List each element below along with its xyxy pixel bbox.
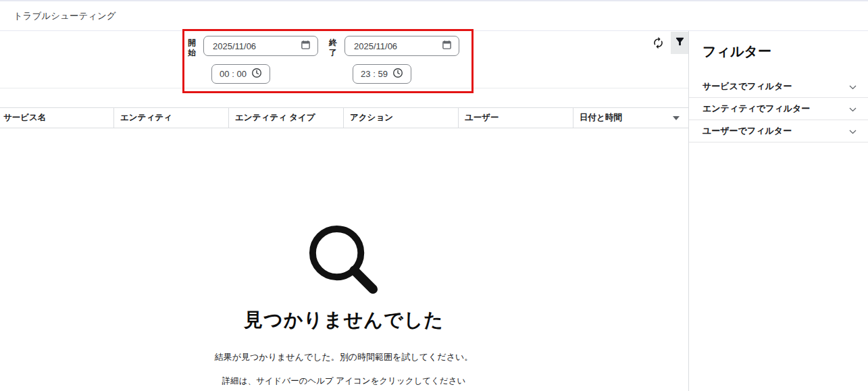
table-header: サービス名 エンティティ エンティティ タイプ アクション ユーザー 日付と時間 <box>0 107 688 128</box>
column-label: アクション <box>350 112 393 124</box>
refresh-button[interactable] <box>652 32 669 52</box>
chevron-down-icon <box>849 82 857 92</box>
column-label: 日付と時間 <box>580 112 622 124</box>
column-header-service-name[interactable]: サービス名 <box>0 108 113 128</box>
start-date-value: 2025/11/06 <box>213 41 256 51</box>
start-date-input[interactable]: 2025/11/06 <box>203 36 318 56</box>
toolbar: 開始 2025/11/06 <box>0 31 688 88</box>
sidebar-item-label: サービスでフィルター <box>703 80 792 93</box>
empty-state: 見つかりませんでした 結果が見つかりませんでした。別の時間範囲を試してください。… <box>0 223 688 387</box>
column-header-entity[interactable]: エンティティ <box>113 108 228 128</box>
column-label: ユーザー <box>465 112 499 124</box>
empty-state-message: 結果が見つかりませんでした。別の時間範囲を試してください。 <box>0 351 688 363</box>
sidebar-item-filter-by-entity[interactable]: エンティティでフィルター <box>689 98 868 120</box>
column-header-action[interactable]: アクション <box>343 108 458 128</box>
sidebar-filter-list: サービスでフィルター エンティティでフィルター ユーザーでフィルター <box>689 76 868 142</box>
column-label: エンティティ タイプ <box>235 112 315 124</box>
chevron-down-icon <box>849 126 857 136</box>
start-label: 開始 <box>188 38 198 58</box>
search-icon <box>305 290 382 302</box>
filter-sidebar: フィルター サービスでフィルター エンティティでフィルター ユーザーでフィルター <box>689 31 868 391</box>
toolbar-actions <box>652 32 688 54</box>
sidebar-item-label: エンティティでフィルター <box>703 103 810 115</box>
start-time-input[interactable]: 00 : 00 <box>211 64 270 84</box>
content-area: 開始 2025/11/06 <box>0 31 868 391</box>
refresh-icon <box>652 40 665 51</box>
sidebar-item-label: ユーザーでフィルター <box>703 125 792 137</box>
sidebar-item-filter-by-user[interactable]: ユーザーでフィルター <box>689 120 868 142</box>
chevron-down-icon <box>849 104 857 114</box>
filter-toggle-button[interactable] <box>671 32 688 54</box>
empty-state-title: 見つかりませんでした <box>0 307 688 333</box>
end-date-value: 2025/11/06 <box>354 41 397 51</box>
page-title: トラブルシューティング <box>14 10 116 22</box>
empty-state-hint: 詳細は、サイドバーのヘルプ アイコンをクリックしてください <box>0 375 688 387</box>
date-range-filter: 開始 2025/11/06 <box>188 36 459 84</box>
top-bar: トラブルシューティング <box>0 0 868 31</box>
column-header-user[interactable]: ユーザー <box>458 108 573 128</box>
sidebar-title: フィルター <box>689 43 868 61</box>
start-datetime-group: 開始 2025/11/06 <box>188 36 318 84</box>
start-time-value: 00 : 00 <box>220 69 247 79</box>
column-label: サービス名 <box>3 112 46 124</box>
sidebar-item-filter-by-service[interactable]: サービスでフィルター <box>689 76 868 98</box>
clock-icon[interactable] <box>251 68 262 80</box>
filter-funnel-icon <box>674 36 686 50</box>
end-datetime-group: 終了 2025/11/06 <box>329 36 459 84</box>
calendar-icon[interactable] <box>442 40 452 52</box>
end-time-value: 23 : 59 <box>361 69 388 79</box>
main-panel: 開始 2025/11/06 <box>0 31 689 391</box>
column-header-datetime[interactable]: 日付と時間 <box>573 108 688 128</box>
column-header-entity-type[interactable]: エンティティ タイプ <box>228 108 343 128</box>
clock-icon[interactable] <box>392 68 403 80</box>
column-label: エンティティ <box>120 112 172 124</box>
calendar-icon[interactable] <box>301 40 311 52</box>
end-date-input[interactable]: 2025/11/06 <box>344 36 459 56</box>
end-label: 終了 <box>329 38 339 58</box>
end-time-input[interactable]: 23 : 59 <box>353 64 411 84</box>
sort-desc-icon[interactable] <box>673 116 680 120</box>
